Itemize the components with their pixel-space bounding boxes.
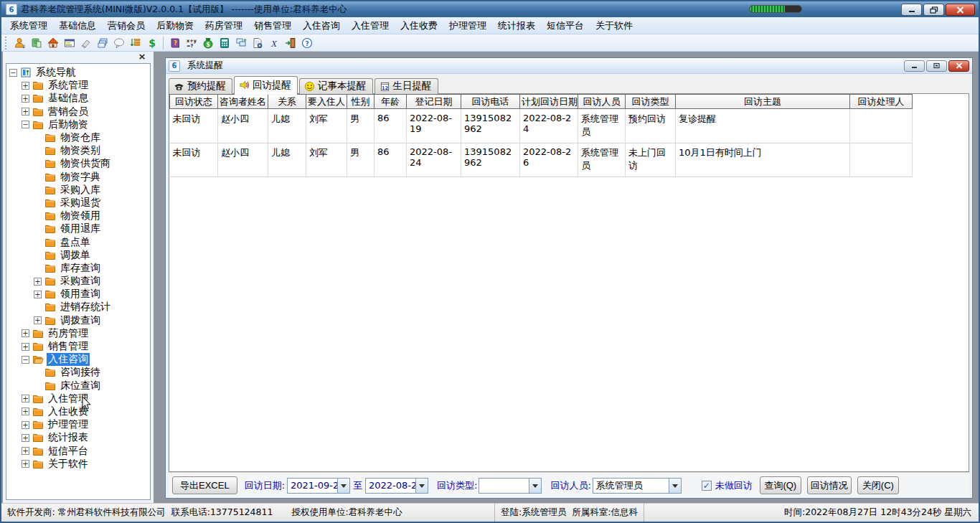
child-close-button[interactable] [948, 60, 969, 72]
tree-item[interactable]: 领用退库 [6, 222, 150, 235]
tree-toggle-plus[interactable]: + [22, 82, 29, 90]
chevron-down-icon[interactable] [415, 479, 428, 493]
moneybag-icon[interactable] [199, 35, 216, 50]
restore-button[interactable] [923, 4, 944, 16]
tree-item[interactable]: 咨询接待 [6, 366, 150, 379]
tree-item[interactable]: +系统管理 [6, 79, 150, 92]
book-help-icon[interactable] [166, 35, 183, 50]
nav-panel-close-button[interactable]: × [136, 52, 148, 62]
export-excel-button[interactable]: 导出EXCEL [172, 476, 237, 494]
menu-item-8[interactable]: 入住管理 [346, 18, 395, 34]
tree-toggle-plus[interactable]: + [22, 447, 29, 455]
cascade-windows-icon[interactable] [232, 35, 249, 50]
visit-status-button[interactable]: 回访情况 [807, 476, 852, 494]
menu-item-4[interactable]: 后勤物资 [151, 18, 199, 34]
tree-item[interactable]: 物资类别 [6, 144, 150, 157]
notebook-icon[interactable] [28, 35, 44, 50]
tree-item[interactable]: +入住收费 [6, 405, 150, 418]
unvisited-checkbox[interactable]: ✓ [702, 481, 712, 491]
eraser-icon[interactable] [77, 35, 94, 50]
tree-item[interactable]: 采购入库 [6, 184, 150, 197]
tree-item[interactable]: −系统导航 [6, 66, 150, 79]
doc-gear-icon[interactable] [249, 35, 265, 50]
tree-item[interactable]: +统计报表 [6, 431, 150, 444]
chi-icon[interactable] [265, 35, 282, 50]
tree-toggle-plus[interactable]: + [22, 95, 29, 103]
tree-item[interactable]: 库存查询 [6, 262, 150, 275]
tree-item[interactable]: +销售管理 [6, 340, 150, 353]
tab-notepad-reminder[interactable]: 记事本提醒 [299, 78, 373, 94]
tree-toggle-plus[interactable]: + [22, 407, 29, 415]
dollar-icon[interactable] [143, 35, 160, 50]
menu-item-1[interactable]: 系统管理 [4, 18, 53, 34]
menu-item-12[interactable]: 短信平台 [541, 18, 590, 34]
menu-item-7[interactable]: 入住咨询 [297, 18, 346, 34]
tree-toggle-plus[interactable]: + [22, 421, 29, 429]
tree-item[interactable]: +基础信息 [6, 92, 150, 105]
unvisited-filter[interactable]: ✓ 未做回访 [702, 479, 753, 492]
chevron-down-icon[interactable] [669, 479, 681, 493]
tree-item[interactable]: −后勤物资 [6, 118, 150, 131]
tree-item[interactable]: 调拨单 [6, 249, 150, 262]
table-row[interactable]: 未回访赵小四儿媳刘军男862022-08-19139150829622022-0… [170, 109, 913, 143]
tree-toggle-plus[interactable]: + [34, 291, 42, 298]
table-row[interactable]: 未回访赵小四儿媳刘军男862022-08-24139150829622022-0… [170, 143, 913, 177]
tree-item[interactable]: −入住咨询 [6, 353, 150, 366]
tree-item[interactable]: +药房管理 [6, 327, 150, 340]
visit-date-from-picker[interactable]: 2021-09-29 [287, 478, 350, 494]
comment-icon[interactable] [110, 35, 127, 50]
tab-appointment-reminder[interactable]: 预约提醒 [169, 78, 232, 94]
visit-person-select[interactable]: 系统管理员 [593, 478, 682, 494]
tree-item[interactable]: +领用查询 [6, 288, 150, 301]
tree-toggle-plus[interactable]: + [22, 343, 29, 351]
menu-item-3[interactable]: 营销会员 [102, 18, 151, 34]
menu-item-10[interactable]: 护理管理 [443, 18, 492, 34]
child-restore-button[interactable] [926, 60, 947, 72]
tree-item[interactable]: 进销存统计 [6, 301, 150, 314]
tree-toggle-minus[interactable]: − [22, 356, 29, 364]
tree-toggle-plus[interactable]: + [22, 329, 29, 337]
minimize-button[interactable] [901, 4, 922, 16]
tree-item[interactable]: 床位查询 [6, 380, 150, 392]
close-button[interactable] [946, 4, 975, 16]
form-icon[interactable] [61, 35, 77, 50]
tree-toggle-plus[interactable]: + [22, 108, 29, 116]
visit-date-to-picker[interactable]: 2022-08-27 [365, 478, 428, 494]
help-icon[interactable] [298, 35, 315, 50]
tab-birthday-reminder[interactable]: 生日提醒 [374, 78, 438, 94]
calculator-icon[interactable] [216, 35, 232, 50]
tree-item[interactable]: +采购查询 [6, 275, 150, 288]
close-form-button[interactable]: 关闭(C) [857, 476, 899, 494]
tree-toggle-plus[interactable]: + [22, 434, 29, 442]
menu-item-2[interactable]: 基础信息 [53, 18, 102, 34]
tree-item[interactable]: +入住管理 [6, 392, 150, 405]
chevron-down-icon[interactable] [529, 479, 541, 493]
tree-item[interactable]: +护理管理 [6, 418, 150, 431]
visit-type-select[interactable] [479, 478, 542, 494]
tree-item[interactable]: 物资供货商 [6, 157, 150, 170]
chevron-down-icon[interactable] [337, 479, 349, 493]
tree-toggle-plus[interactable]: + [34, 278, 42, 286]
tree-item[interactable]: 物资字典 [6, 171, 150, 184]
tree-item[interactable]: 物资领用 [6, 209, 150, 222]
menu-item-5[interactable]: 药房管理 [199, 18, 248, 34]
tree-item[interactable]: 盘点单 [6, 235, 150, 248]
user-icon[interactable] [11, 35, 28, 50]
menu-item-6[interactable]: 销售管理 [248, 18, 297, 34]
tab-visit-reminder[interactable]: 回访提醒 [234, 76, 298, 94]
list-arrow-icon[interactable] [127, 35, 143, 50]
formula-icon[interactable] [183, 35, 199, 50]
tree-item[interactable]: +调拨查询 [6, 314, 150, 327]
home-icon[interactable] [44, 35, 61, 50]
tree-toggle-plus[interactable]: + [22, 395, 29, 402]
tree-item[interactable]: +关于软件 [6, 458, 150, 471]
tree-item[interactable]: 采购退货 [6, 197, 150, 209]
query-button[interactable]: 查询(Q) [760, 476, 801, 494]
menu-item-11[interactable]: 统计报表 [492, 18, 541, 34]
child-minimize-button[interactable] [904, 60, 925, 72]
menu-item-9[interactable]: 入住收费 [395, 18, 443, 34]
tree-toggle-minus[interactable]: − [9, 69, 17, 77]
tree-toggle-plus[interactable]: + [34, 316, 42, 324]
copy-cards-icon[interactable] [94, 35, 110, 50]
tree-item[interactable]: +短信平台 [6, 444, 150, 457]
